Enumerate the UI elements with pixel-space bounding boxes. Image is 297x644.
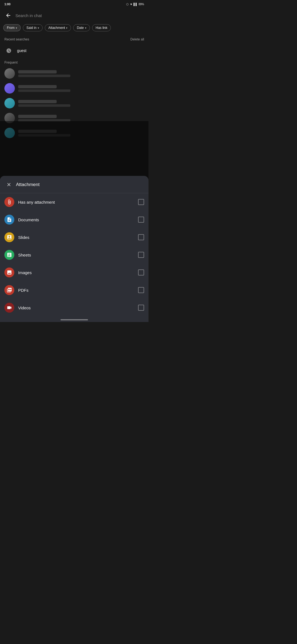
pdfs-icon bbox=[4, 285, 14, 295]
frequent-sub bbox=[18, 89, 70, 92]
filter-has-link[interactable]: Has link bbox=[92, 24, 111, 31]
home-indicator bbox=[61, 319, 88, 320]
top-bar: Search in chat bbox=[0, 8, 148, 23]
sheets-label: Sheets bbox=[18, 253, 134, 257]
chevron-down-icon: ▾ bbox=[38, 26, 39, 29]
frequent-info bbox=[18, 70, 144, 77]
frequent-section-label: Frequent bbox=[0, 58, 148, 66]
attachment-option-videos[interactable]: Videos bbox=[0, 299, 148, 316]
wifi-icon: ▼ bbox=[130, 3, 133, 6]
status-bar: 1:00 ⬠ ▼ ▌▌ 89% bbox=[0, 0, 148, 8]
slides-label: Slides bbox=[18, 235, 134, 240]
recent-search-text: guest bbox=[17, 48, 26, 53]
sheets-icon bbox=[4, 250, 14, 260]
pdfs-checkbox[interactable] bbox=[138, 287, 144, 293]
sheet-header: ✕ Attachment bbox=[0, 176, 148, 193]
frequent-name bbox=[18, 115, 57, 118]
attachment-any-label: Has any attachment bbox=[18, 200, 134, 204]
filter-date-label: Date bbox=[77, 26, 84, 30]
chevron-down-icon: ▾ bbox=[85, 26, 86, 29]
search-input[interactable]: Search in chat bbox=[13, 13, 145, 18]
filter-bar: From ▾ Said in ▾ Attachment ▾ Date ▾ Has… bbox=[0, 23, 148, 33]
delete-all-button[interactable]: Delete all bbox=[130, 37, 144, 41]
avatar bbox=[4, 83, 15, 94]
frequent-item-1[interactable] bbox=[0, 66, 148, 81]
recent-searches-header: Recent searches Delete all bbox=[0, 35, 148, 43]
attachment-option-slides[interactable]: Slides bbox=[0, 228, 148, 246]
attachment-option-sheets[interactable]: Sheets bbox=[0, 246, 148, 264]
recent-searches-label: Recent searches bbox=[4, 37, 29, 41]
filter-attachment[interactable]: Attachment ▾ bbox=[45, 24, 71, 31]
frequent-sub bbox=[18, 104, 70, 107]
frequent-item-2[interactable] bbox=[0, 81, 148, 96]
images-checkbox[interactable] bbox=[138, 269, 144, 275]
frequent-info bbox=[18, 85, 144, 92]
frequent-info bbox=[18, 100, 144, 107]
frequent-name bbox=[18, 85, 57, 88]
filter-date[interactable]: Date ▾ bbox=[73, 24, 90, 31]
documents-icon bbox=[4, 215, 14, 225]
frequent-name bbox=[18, 100, 57, 103]
videos-label: Videos bbox=[18, 305, 134, 310]
attachment-option-images[interactable]: Images bbox=[0, 264, 148, 281]
documents-checkbox[interactable] bbox=[138, 217, 144, 223]
signal-icon: ▌▌ bbox=[134, 3, 138, 6]
frequent-info bbox=[18, 115, 144, 122]
frequent-sub bbox=[18, 75, 70, 77]
bottom-sheet: ✕ Attachment Has any attachment Document… bbox=[0, 176, 148, 322]
close-button[interactable]: ✕ bbox=[4, 180, 13, 189]
recent-search-item[interactable]: guest bbox=[0, 43, 148, 58]
filter-from[interactable]: From ▾ bbox=[3, 24, 21, 31]
avatar bbox=[4, 68, 15, 79]
clock-icon bbox=[4, 46, 13, 55]
attachment-any-icon bbox=[4, 197, 14, 207]
attachment-any-checkbox[interactable] bbox=[138, 199, 144, 205]
filter-attachment-label: Attachment bbox=[48, 26, 65, 30]
status-icons: ⬠ ▼ ▌▌ 89% bbox=[126, 3, 144, 6]
attachment-option-pdfs[interactable]: PDFs bbox=[0, 281, 148, 299]
status-time: 1:00 bbox=[4, 2, 10, 6]
filter-from-label: From bbox=[7, 26, 15, 30]
back-button[interactable] bbox=[3, 10, 13, 20]
filter-said-in[interactable]: Said in ▾ bbox=[23, 24, 43, 31]
videos-icon bbox=[4, 303, 14, 313]
attachment-option-any[interactable]: Has any attachment bbox=[0, 193, 148, 211]
attachment-option-documents[interactable]: Documents bbox=[0, 211, 148, 228]
filter-said-in-label: Said in bbox=[26, 26, 37, 30]
slides-icon bbox=[4, 232, 14, 242]
bluetooth-icon: ⬠ bbox=[126, 3, 129, 6]
back-arrow-icon bbox=[5, 12, 11, 18]
pdfs-label: PDFs bbox=[18, 288, 134, 293]
avatar bbox=[4, 98, 15, 108]
images-label: Images bbox=[18, 270, 134, 275]
chevron-down-icon: ▾ bbox=[66, 26, 67, 29]
documents-label: Documents bbox=[18, 217, 134, 222]
slides-checkbox[interactable] bbox=[138, 234, 144, 240]
videos-checkbox[interactable] bbox=[138, 305, 144, 311]
images-icon bbox=[4, 268, 14, 277]
frequent-item-3[interactable] bbox=[0, 96, 148, 111]
filter-has-link-label: Has link bbox=[96, 26, 108, 30]
sheets-checkbox[interactable] bbox=[138, 252, 144, 258]
chevron-down-icon: ▾ bbox=[16, 26, 17, 29]
frequent-name bbox=[18, 70, 57, 73]
battery-icon: 89% bbox=[139, 3, 144, 6]
sheet-title: Attachment bbox=[16, 182, 40, 187]
